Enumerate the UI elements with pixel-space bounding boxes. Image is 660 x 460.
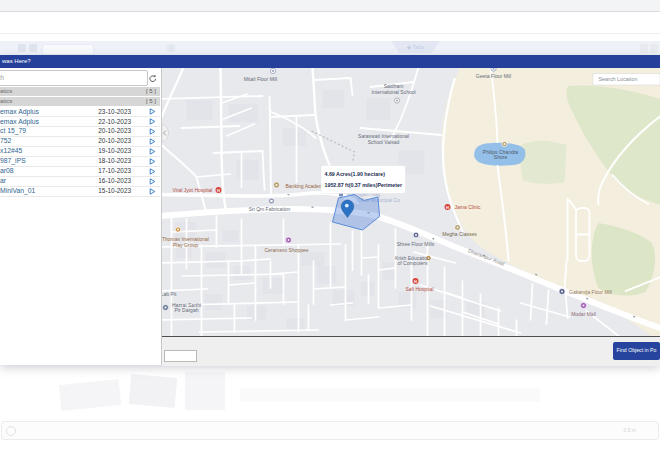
svg-text:Shree Flour Mills: Shree Flour Mills	[396, 241, 434, 247]
svg-text:Lab Pit: Lab Pit	[162, 291, 177, 297]
svg-text:4.69 Acres(1.90 hectare): 4.69 Acres(1.90 hectare)	[324, 171, 385, 177]
svg-text:Modar Mall: Modar Mall	[571, 311, 596, 317]
svg-text:H: H	[446, 205, 449, 210]
svg-text:Banking Academy: Banking Academy	[285, 183, 326, 189]
svg-text:Viral Jyot Hospital: Viral Jyot Hospital	[172, 187, 212, 193]
svg-text:Geeta Flour Mill: Geeta Flour Mill	[475, 73, 510, 79]
svg-text:Safi Hospital: Safi Hospital	[405, 286, 433, 292]
svg-text:Shore: Shore	[493, 154, 507, 160]
svg-text:Gakarvija Flour Mill: Gakarvija Flour Mill	[569, 289, 612, 295]
svg-text:Jama Clinic: Jama Clinic	[454, 204, 480, 210]
svg-text:School Valsad: School Valsad	[367, 139, 399, 145]
svg-text:Megha Classes: Megha Classes	[442, 231, 477, 237]
svg-text:1952.87 ft(0.37 miles)Perimete: 1952.87 ft(0.37 miles)Perimeter	[324, 182, 401, 188]
svg-text:Pir Dargah: Pir Dargah	[174, 307, 198, 313]
svg-text:H: H	[217, 188, 220, 193]
svg-text:Ceramexx Shoppee: Ceramexx Shoppee	[264, 247, 308, 253]
svg-text:Search Location: Search Location	[598, 76, 637, 82]
svg-text:Mitali Flour Mill: Mitali Flour Mill	[243, 76, 276, 82]
svg-text:H: H	[414, 279, 417, 284]
svg-text:International School: International School	[371, 89, 415, 95]
svg-text:Sri Om Fabrication: Sri Om Fabrication	[248, 206, 290, 212]
svg-text:of Computers: of Computers	[397, 260, 428, 266]
svg-text:Play Group: Play Group	[172, 242, 197, 248]
